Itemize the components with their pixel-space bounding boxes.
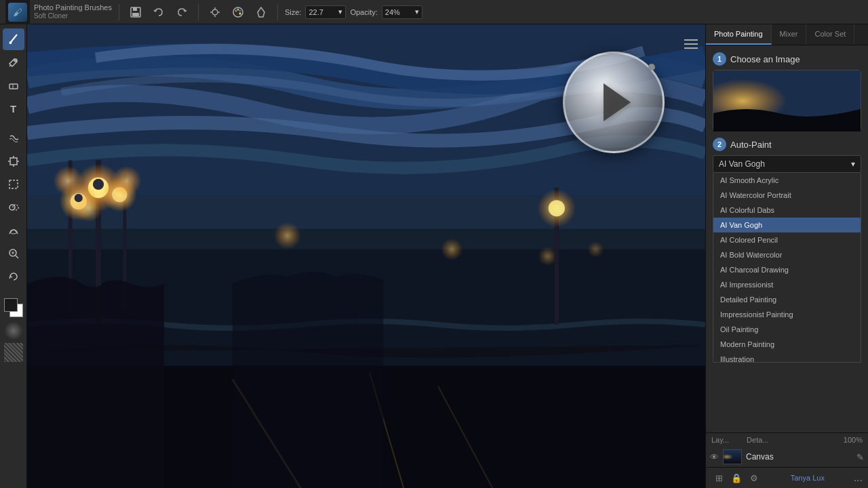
smudge-tool[interactable]: [3, 127, 24, 149]
eyedropper-tool[interactable]: [3, 52, 24, 73]
color-swatch[interactable]: [4, 298, 23, 317]
layers-opacity-value: 100%: [844, 436, 863, 444]
opacity-chevron: ▾: [415, 7, 419, 16]
color-button[interactable]: [252, 3, 271, 22]
svg-point-14: [9, 41, 12, 44]
svg-point-12: [239, 12, 241, 14]
svg-rect-1: [133, 7, 137, 11]
dropdown-item-modern-painting[interactable]: Modern Painting: [713, 337, 861, 352]
tab-color-set[interactable]: Color Set: [806, 24, 854, 45]
gradient-swatch[interactable]: [4, 321, 23, 340]
layer-visibility-icon[interactable]: 👁: [710, 452, 719, 462]
tab-mixer[interactable]: Mixer: [772, 24, 807, 45]
right-footer: ⊞ 🔒 ⚙ Tanya Lux ...: [706, 467, 868, 488]
brand-subtitle: Soft Cloner: [34, 12, 112, 20]
section2-number: 2: [713, 138, 726, 151]
right-tab-bar: Photo Painting Mixer Color Set: [706, 24, 868, 45]
main-toolbar: 🖌 Photo Painting Brushes Soft Cloner: [0, 0, 868, 24]
autopaint-dropdown-list: AI Smooth Acrylic AI Watercolor Portrait…: [713, 173, 861, 363]
opacity-dropdown[interactable]: 24% ▾: [382, 5, 422, 19]
section2-header: 2 Auto-Paint: [713, 138, 861, 151]
svg-point-50: [274, 222, 301, 249]
brush-tool[interactable]: [3, 28, 24, 50]
lock-icon[interactable]: 🔒: [729, 470, 744, 485]
right-panel-content: 1 Choose an Image: [706, 45, 868, 432]
size-label: Size:: [285, 8, 301, 16]
texture-swatch[interactable]: [4, 343, 23, 362]
canvas-menu-button[interactable]: [684, 38, 698, 54]
svg-point-56: [549, 200, 565, 216]
eraser-tool[interactable]: [3, 75, 24, 96]
rotate-tool[interactable]: [3, 266, 24, 287]
layer-thumbnail: [723, 449, 742, 464]
layer-item-canvas[interactable]: 👁 Canvas ✎: [706, 447, 868, 467]
dropdown-item-colorful-dabs[interactable]: AI Colorful Dabs: [713, 203, 861, 218]
svg-point-10: [237, 8, 239, 10]
brush-settings-button[interactable]: [205, 3, 224, 22]
size-chevron: ▾: [338, 7, 342, 16]
play-triangle-icon: [604, 83, 631, 121]
more-options-button[interactable]: ...: [854, 472, 863, 484]
dropdown-item-van-gogh[interactable]: AI Van Gogh: [713, 218, 861, 232]
text-tool[interactable]: T: [3, 98, 24, 119]
dropdown-item-oil-painting[interactable]: Oil Painting: [713, 322, 861, 337]
redo-button[interactable]: [172, 3, 191, 22]
dropdown-item-detailed-painting[interactable]: Detailed Painting: [713, 292, 861, 307]
size-dropdown[interactable]: 22.7 ▾: [305, 5, 346, 19]
dropdown-item-charcoal-drawing[interactable]: AI Charcoal Drawing: [713, 262, 861, 277]
settings-icon[interactable]: ⚙: [747, 470, 762, 485]
play-dot-indicator: [648, 64, 655, 70]
right-panel-bottom: Lay... Deta... 100% 👁 Canvas ✎ ⊞ 🔒 ⚙ Tan…: [706, 432, 868, 488]
dropdown-item-colored-pencil[interactable]: AI Colored Pencil: [713, 232, 861, 247]
svg-line-13: [11, 35, 17, 42]
svg-rect-17: [9, 84, 18, 89]
section1-header: 1 Choose an Image: [713, 52, 861, 66]
autopaint-dropdown-container: AI Van Gogh ▾ AI Smooth Acrylic AI Water…: [713, 155, 861, 173]
svg-line-16: [9, 65, 11, 66]
svg-point-52: [538, 247, 557, 266]
clone-tool[interactable]: [3, 197, 24, 218]
svg-rect-19: [10, 158, 17, 165]
dropdown-item-impressionist-painting[interactable]: Impressionist Painting: [713, 307, 861, 322]
zoom-tool[interactable]: [3, 243, 24, 264]
main-area: T: [0, 24, 868, 488]
blend-tool[interactable]: [3, 220, 24, 241]
dropdown-item-impressionist[interactable]: AI Impressionist: [713, 277, 861, 292]
play-button-area: [563, 52, 665, 153]
divider-3: [277, 4, 278, 20]
dropdown-item-smooth-acrylic[interactable]: AI Smooth Acrylic: [713, 173, 861, 188]
layers-label: Lay...: [711, 436, 729, 444]
tab-photo-painting[interactable]: Photo Painting: [706, 24, 772, 45]
layers-label-row: Lay... Deta... 100%: [706, 433, 868, 447]
palette-button[interactable]: [229, 3, 248, 22]
svg-rect-2: [132, 13, 139, 16]
footer-icon-group: ⊞ 🔒 ⚙: [711, 470, 762, 485]
app-logo: 🖌: [5, 0, 30, 24]
save-button[interactable]: [126, 3, 145, 22]
layer-edit-icon[interactable]: ✎: [856, 452, 864, 462]
svg-line-29: [16, 256, 18, 258]
image-thumbnail[interactable]: [713, 70, 861, 131]
logo-icon: 🖌: [8, 3, 27, 22]
selection-tool[interactable]: [3, 174, 24, 195]
section1-title: Choose an Image: [730, 54, 800, 64]
undo-button[interactable]: [149, 3, 168, 22]
dropdown-item-bold-watercolor[interactable]: AI Bold Watercolor: [713, 247, 861, 262]
section1-number: 1: [713, 52, 726, 66]
section-auto-paint: 2 Auto-Paint AI Van Gogh ▾ AI Smooth Acr…: [713, 138, 861, 173]
canvas-area[interactable]: [27, 24, 705, 488]
dropdown-item-watercolor-portrait[interactable]: AI Watercolor Portrait: [713, 188, 861, 203]
dropdown-item-illustration[interactable]: Illustration: [713, 352, 861, 363]
layer-name-label: Canvas: [746, 452, 774, 462]
section2-title: Auto-Paint: [730, 140, 772, 150]
transform-tool[interactable]: [3, 150, 24, 172]
brand-name: Photo Painting Brushes: [34, 3, 112, 12]
svg-point-9: [235, 9, 237, 12]
username-label: Tanya Lux: [791, 474, 825, 482]
svg-point-3: [212, 9, 218, 15]
svg-point-45: [53, 166, 83, 196]
svg-rect-24: [9, 180, 18, 188]
autopaint-dropdown-selected[interactable]: AI Van Gogh ▾: [713, 155, 861, 173]
layers-panel-icon[interactable]: ⊞: [711, 470, 726, 485]
autopaint-dropdown-chevron: ▾: [851, 159, 855, 169]
